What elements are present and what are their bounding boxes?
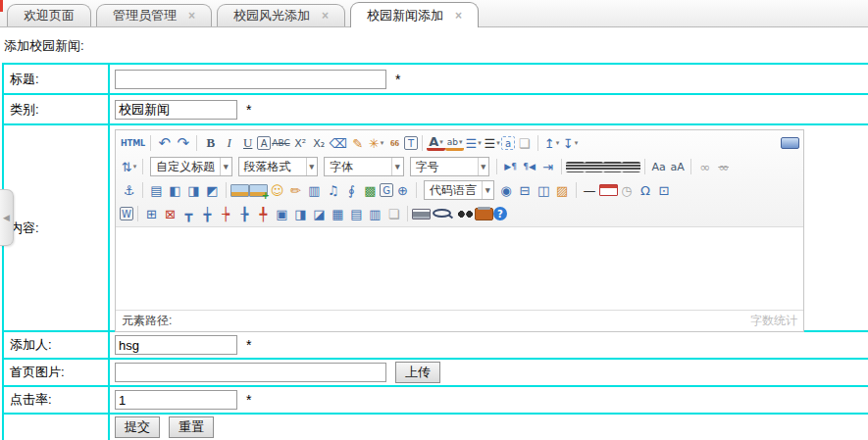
category-input[interactable] bbox=[115, 100, 237, 120]
tab-close-icon[interactable]: × bbox=[322, 9, 329, 23]
screenshot-icon[interactable]: ⊡ bbox=[655, 181, 674, 200]
insert-date-icon[interactable] bbox=[599, 184, 618, 196]
preview-icon[interactable] bbox=[433, 209, 451, 218]
paragraph-format-select[interactable]: 段落格式▾ bbox=[238, 157, 319, 176]
dropdown-caret-icon[interactable]: ▾ bbox=[391, 158, 403, 175]
underline-icon[interactable]: U bbox=[238, 134, 257, 153]
insert-code-icon[interactable]: ◉ bbox=[497, 181, 516, 200]
split-rows-icon[interactable]: ▤ bbox=[347, 205, 366, 223]
find-replace-icon[interactable] bbox=[456, 209, 475, 219]
highlight-color-icon[interactable]: ab▾ bbox=[445, 136, 464, 151]
align-justify-icon[interactable] bbox=[622, 162, 640, 172]
split-columns-icon[interactable]: ▥ bbox=[366, 205, 384, 223]
template-icon[interactable]: ◫ bbox=[535, 181, 553, 200]
dropdown-caret-icon[interactable]: ▾ bbox=[220, 158, 231, 175]
insert-table-icon[interactable]: ⊞ bbox=[142, 205, 161, 223]
ordered-list-icon[interactable]: ☰▾ bbox=[464, 134, 483, 153]
bold-icon[interactable]: B bbox=[201, 134, 220, 153]
tab-campus-news-add[interactable]: 校园新闻添加× bbox=[350, 2, 479, 27]
font-family-select[interactable]: 字体▾ bbox=[324, 157, 404, 176]
dropdown-caret-icon[interactable]: ▾ bbox=[478, 158, 489, 175]
font-size-select[interactable]: 字号▾ bbox=[410, 157, 490, 176]
tab-close-icon[interactable]: × bbox=[188, 9, 195, 23]
italic-icon[interactable]: I bbox=[220, 134, 238, 153]
merge-cells-icon[interactable]: ▣ bbox=[273, 205, 291, 223]
strikethrough-icon[interactable]: ABC bbox=[271, 134, 290, 153]
merge-down-icon[interactable]: ◪ bbox=[310, 205, 329, 223]
delete-table-icon[interactable]: ⊠ bbox=[161, 205, 179, 223]
format-brush-icon[interactable]: ✎ bbox=[348, 134, 367, 153]
title-input[interactable] bbox=[115, 70, 386, 89]
delete-row-icon[interactable]: ┾ bbox=[217, 205, 235, 223]
editor-content-area[interactable] bbox=[116, 227, 803, 310]
align-center-icon[interactable] bbox=[585, 162, 603, 172]
dropdown-caret-icon[interactable]: ▾ bbox=[439, 138, 443, 146]
indent-icon[interactable]: ⇥ bbox=[538, 158, 557, 176]
eraser-icon[interactable]: ⌫ bbox=[329, 134, 348, 153]
table-caption-icon[interactable]: ┳ bbox=[179, 205, 198, 223]
word-image-icon[interactable]: W bbox=[120, 207, 133, 220]
dropdown-caret-icon[interactable]: ▾ bbox=[482, 181, 493, 199]
dir-ltr-icon[interactable]: ▶¶ bbox=[501, 158, 520, 176]
to-lowercase-icon[interactable]: aA bbox=[668, 158, 687, 176]
row-spacing-bottom-icon[interactable]: ↧▾ bbox=[561, 134, 580, 153]
help-icon[interactable]: ? bbox=[493, 207, 507, 220]
tab-campus-scenery-add[interactable]: 校园风光添加× bbox=[217, 4, 345, 26]
dropdown-caret-icon[interactable]: ▾ bbox=[381, 139, 384, 147]
insert-iframe-icon[interactable]: ⊕ bbox=[393, 181, 412, 200]
author-input[interactable] bbox=[115, 335, 237, 355]
unordered-list-icon[interactable]: ☰▾ bbox=[483, 134, 501, 153]
reset-button[interactable]: 重置 bbox=[169, 416, 214, 438]
dropdown-caret-icon[interactable]: ▾ bbox=[306, 158, 318, 175]
font-color-icon[interactable]: A▾ bbox=[427, 136, 445, 151]
horizontal-rule-icon[interactable]: — bbox=[581, 181, 599, 200]
dropdown-caret-icon[interactable]: ▾ bbox=[556, 139, 560, 147]
insert-row-icon[interactable]: ╈ bbox=[198, 205, 217, 223]
auto-typeset-icon[interactable]: ✳▾ bbox=[367, 134, 385, 153]
undo-icon[interactable]: ↶ bbox=[155, 134, 174, 153]
row-spacing-top-icon[interactable]: ↥▾ bbox=[542, 134, 561, 153]
code-language-select[interactable]: 代码语言▾ bbox=[424, 180, 494, 200]
upload-button[interactable]: 上传 bbox=[395, 362, 440, 383]
dropdown-caret-icon[interactable]: ▾ bbox=[575, 139, 579, 147]
dir-rtl-icon[interactable]: ¶◀ bbox=[520, 158, 538, 176]
view-source-icon[interactable]: HTML bbox=[120, 134, 146, 153]
google-map-icon[interactable]: G bbox=[380, 183, 393, 197]
insert-time-icon[interactable]: ◷ bbox=[618, 181, 637, 200]
emoticon-icon[interactable]: ☺ bbox=[268, 181, 286, 200]
clicks-input[interactable] bbox=[115, 390, 237, 410]
anchor-icon[interactable]: ⚓ bbox=[120, 181, 138, 200]
insert-music-icon[interactable]: ♫ bbox=[324, 181, 342, 200]
dropdown-caret-icon[interactable]: ▾ bbox=[133, 163, 137, 171]
insert-image-icon[interactable] bbox=[230, 184, 249, 197]
sidebar-collapse-handle[interactable]: ◀ bbox=[0, 189, 14, 246]
tab-welcome[interactable]: 欢迎页面 bbox=[7, 4, 91, 26]
subscript-icon[interactable]: X₂ bbox=[310, 134, 329, 153]
attachment-icon[interactable]: ∮ bbox=[342, 181, 361, 200]
image-center-icon[interactable]: ◩ bbox=[203, 181, 222, 200]
special-chars-icon[interactable]: Ω bbox=[637, 181, 655, 200]
paste-icon[interactable] bbox=[475, 208, 493, 220]
to-uppercase-icon[interactable]: Aa bbox=[649, 158, 668, 176]
line-height-icon[interactable]: ⇅▾ bbox=[120, 158, 138, 176]
insert-video-icon[interactable]: ▥ bbox=[305, 181, 324, 200]
superscript-icon[interactable]: X² bbox=[291, 134, 310, 153]
blockquote-icon[interactable]: 66 bbox=[385, 134, 404, 153]
insert-column-icon[interactable]: ╊ bbox=[235, 205, 254, 223]
merge-right-icon[interactable]: ◨ bbox=[291, 205, 310, 223]
multi-image-upload-icon[interactable] bbox=[249, 184, 268, 197]
remove-link-icon[interactable]: ∞ bbox=[714, 158, 733, 176]
image-float-left-icon[interactable]: ◧ bbox=[166, 181, 184, 200]
font-border-icon[interactable]: A bbox=[257, 136, 271, 150]
dropdown-caret-icon[interactable]: ▾ bbox=[496, 139, 500, 147]
select-all-icon[interactable]: a bbox=[501, 136, 515, 150]
insert-link-icon[interactable]: ∞ bbox=[695, 158, 714, 176]
align-left-icon[interactable] bbox=[566, 162, 585, 172]
image-inline-icon[interactable]: ▤ bbox=[147, 181, 166, 200]
split-cells-icon[interactable]: ▦ bbox=[329, 205, 347, 223]
submit-button[interactable]: 提交 bbox=[115, 416, 160, 438]
delete-column-icon[interactable]: ╇ bbox=[254, 205, 273, 223]
dropdown-caret-icon[interactable]: ▾ bbox=[478, 139, 482, 147]
image-float-right-icon[interactable]: ◨ bbox=[184, 181, 203, 200]
tab-close-icon[interactable]: × bbox=[455, 9, 462, 23]
